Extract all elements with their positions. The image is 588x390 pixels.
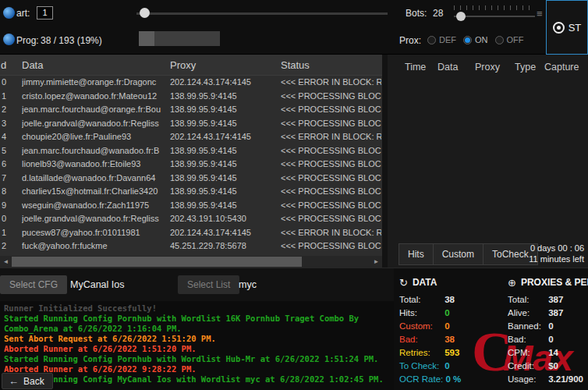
table-row[interactable]: 8 charliev15x@hotmail.fr:Charlie3420 138… [0, 185, 382, 199]
log-line: Aborted Runner at 6/26/2022 1:51:20 PM. [4, 344, 390, 354]
row-id: 0 [2, 212, 19, 226]
row-id: 1 [2, 226, 19, 240]
stat-row: Alive: 387 [508, 308, 583, 321]
row-status: <<< PROCESSING BLOC [281, 172, 381, 186]
stat-row: Hits: 0 [399, 308, 461, 321]
row-proxy: 202.124.43.174:4145 [170, 76, 278, 90]
stat-label: Bad: [399, 335, 442, 344]
radio-circle-icon[interactable] [427, 36, 436, 44]
proxy-mode-off-radio[interactable]: OFF [495, 35, 524, 44]
table-row[interactable]: 5 jean.marc.fourchaud@wanadoo.fr:B 138.9… [0, 144, 382, 158]
stat-label: Alive: [508, 308, 546, 317]
back-button[interactable]: ← Back [2, 373, 53, 389]
proxy-mode-on-radio[interactable]: ON [463, 35, 488, 44]
radio-circle-icon[interactable] [463, 36, 472, 44]
proxy-mode-on-label: ON [475, 35, 488, 44]
stat-row: Retries: 593 [399, 348, 461, 361]
row-id: 6 [2, 158, 19, 172]
column-header-status[interactable]: Status [281, 59, 310, 71]
hits-column-time[interactable]: Time [405, 62, 426, 73]
hits-column-capture[interactable]: Capture [544, 62, 579, 73]
row-data: fuck@yahoo.fr:fuckme [22, 239, 168, 254]
start-slider[interactable] [136, 8, 388, 19]
proxy-mode-def-radio[interactable]: DEF [427, 35, 456, 44]
scrollbar-thumb[interactable] [12, 257, 302, 267]
row-status: <<< PROCESSING BLOC [281, 199, 381, 213]
column-header-proxy[interactable]: Proxy [170, 59, 196, 71]
table-row[interactable]: 3 joelle.grandval@wanadoo.fr:Regliss 138… [0, 117, 382, 131]
bots-slider[interactable] [454, 5, 535, 23]
bots-slider-track[interactable] [454, 16, 535, 17]
row-data: joelle.grandval@wanadoo.fr:Regliss [22, 117, 168, 131]
back-button-label: Back [23, 376, 44, 387]
runner-window: { "icons": { "menu": "≡", "scroll_left":… [0, 0, 588, 390]
row-data: lionelb93@wanadoo.fr:Etoile93 [22, 158, 168, 172]
hits-column-data[interactable]: Data [437, 62, 458, 73]
table-row[interactable]: 6 lionelb93@wanadoo.fr:Etoile93 138.99.9… [0, 158, 382, 172]
progress-label: Prog: [16, 35, 39, 46]
row-proxy: 202.124.43.174:4145 [170, 226, 278, 240]
start-button[interactable]: ST [546, 0, 588, 55]
start-slider-handle[interactable] [140, 8, 150, 18]
stat-label: CPM: [508, 348, 546, 357]
radio-circle-icon[interactable] [495, 36, 504, 44]
table-row[interactable]: 1 pucesw87@yahoo.fr:01011981 202.124.43.… [0, 226, 382, 240]
table-row[interactable]: 4 choupie20@live.fr:Pauline93 202.124.43… [0, 130, 382, 144]
hits-tabs: Hits Custom ToCheck [398, 243, 537, 265]
bots-slider-handle[interactable] [456, 12, 466, 21]
row-data: jimmy.mimiette@orange.fr:Dragonc [22, 76, 168, 90]
row-status: <<< ERROR IN BLOCK: R [281, 226, 381, 240]
row-status: <<< PROCESSING BLOC [281, 239, 381, 254]
table-row[interactable]: 2 fuck@yahoo.fr:fuckme 45.251.229.78:567… [0, 239, 382, 254]
table-row[interactable]: 7 d.lataillade@wanadoo.fr:Davann64 138.9… [0, 172, 382, 186]
progress-bar-fill [139, 31, 154, 46]
proxies-icon: ⊕ [508, 278, 516, 288]
bottom-left-section: Select CFG MyCanal Ios Select List myc R… [0, 268, 394, 390]
tab-custom[interactable]: Custom [433, 243, 484, 265]
scroll-left-icon[interactable]: ◄ [0, 256, 12, 268]
data-stats-title: DATA [413, 277, 437, 288]
stat-row: Total: 38 [399, 295, 461, 308]
hits-column-type[interactable]: Type [515, 62, 536, 73]
stat-value: 14 [548, 348, 558, 357]
scroll-right-icon[interactable]: ► [370, 256, 382, 268]
row-data: joelle.grandval@wanadoo.fr:Regliss [22, 212, 168, 226]
timer-remaining: 11 minutes left [529, 254, 584, 264]
row-id: 2 [2, 103, 19, 117]
tab-hits[interactable]: Hits [398, 243, 434, 265]
top-toolbar: art: 1 Bots: 28 ≡ ST Prog: 38 / 193 (19%… [0, 0, 588, 55]
row-proxy: 45.251.229.78:5678 [170, 239, 278, 254]
table-row[interactable]: 0 jimmy.mimiette@orange.fr:Dragonc 202.1… [0, 76, 382, 90]
stat-value: 3.21/900 [548, 374, 583, 384]
table-row[interactable]: 2 jean.marc.fourchaud@orange.fr:Bou 138.… [0, 103, 382, 117]
start-count-input[interactable]: 1 [37, 6, 53, 20]
row-status: <<< PROCESSING BLOC [281, 185, 381, 199]
horizontal-scrollbar[interactable]: ◄ ► [0, 256, 382, 268]
table-row[interactable]: 9 wseguin@wanadoo.fr:Zach11975 138.99.95… [0, 199, 382, 213]
row-data: cristo.lopez@wanadoo.fr:Mateou12 [22, 90, 168, 104]
select-list-button[interactable]: Select List [178, 275, 239, 294]
select-cfg-button[interactable]: Select CFG [0, 275, 67, 294]
row-id: 1 [2, 90, 19, 104]
table-row[interactable]: 0 joelle.grandval@wanadoo.fr:Regliss 202… [0, 212, 382, 226]
start-button-label: ST [569, 22, 582, 34]
proxies-stats-header: ⊕ PROXIES & PER [508, 277, 588, 288]
start-slider-track[interactable] [136, 12, 388, 15]
menu-icon[interactable]: ≡ [537, 8, 543, 20]
stat-row: Bad: 38 [399, 335, 461, 348]
row-status: <<< PROCESSING BLOC [281, 212, 381, 226]
data-stats-header: ↻ DATA [399, 277, 437, 288]
column-header-data[interactable]: Data [22, 59, 43, 71]
stat-value: 0 [445, 321, 449, 331]
progress-value: 38 / 193 (19%) [41, 35, 102, 46]
stat-row: Total: 387 [508, 295, 583, 308]
table-row[interactable]: 1 cristo.lopez@wanadoo.fr:Mateou12 138.9… [0, 90, 382, 104]
stat-row: Custom: 0 [399, 321, 461, 335]
bots-value: 28 [433, 8, 443, 19]
stat-value: 38 [445, 295, 455, 304]
column-header-id[interactable]: d [1, 59, 6, 71]
hits-column-proxy[interactable]: Proxy [475, 62, 500, 73]
stat-label: Total: [399, 295, 442, 304]
row-status: <<< PROCESSING BLOC [281, 117, 381, 131]
stat-label: Retries: [399, 348, 442, 357]
